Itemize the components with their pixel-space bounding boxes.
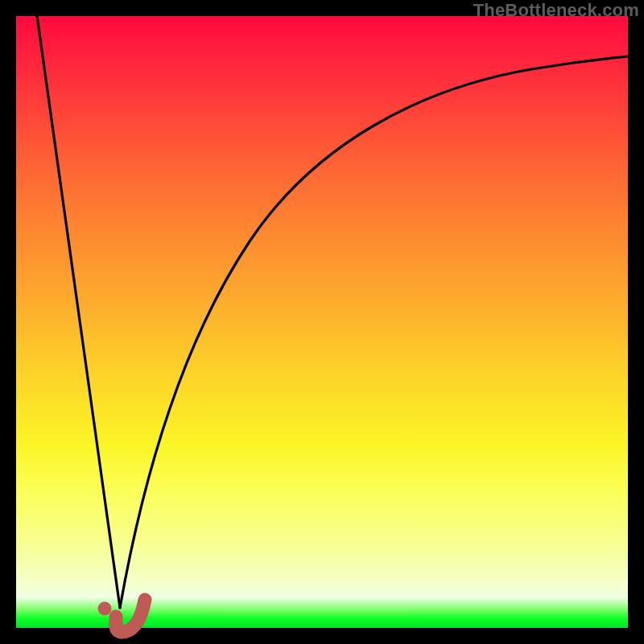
curves-svg xyxy=(16,16,628,628)
watermark-text: TheBottleneck.com xyxy=(473,0,639,21)
curve-right xyxy=(120,56,628,608)
curve-left xyxy=(37,16,120,608)
chart-frame: TheBottleneck.com xyxy=(0,0,644,644)
marker-j-dot xyxy=(98,602,112,616)
